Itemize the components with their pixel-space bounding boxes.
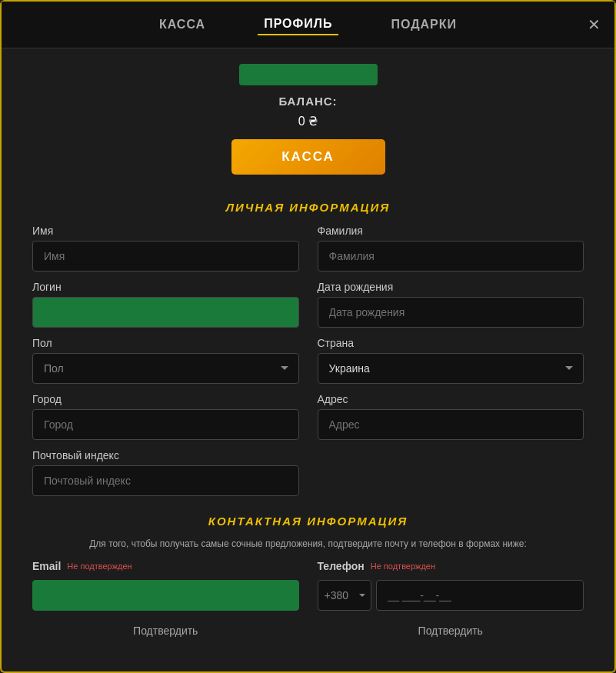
gender-group: Пол Пол Мужской Женский [32, 337, 299, 384]
city-label: Город [32, 393, 299, 405]
name-group: Имя [32, 225, 299, 272]
phone-label: Телефон [318, 560, 365, 572]
login-group: Логин [32, 281, 299, 328]
address-label: Адрес [318, 393, 584, 405]
email-group: Email Не подтвержден [32, 560, 299, 611]
surname-label: Фамилия [318, 225, 584, 237]
city-group: Город [32, 393, 299, 440]
contact-note: Для того, чтобы получать самые сочные пр… [32, 538, 584, 549]
email-label: Email [32, 560, 61, 572]
contact-form-grid: Email Не подтвержден Телефон Не подтверж… [32, 560, 584, 611]
confirm-row: Подтвердить Подтвердить [32, 620, 584, 641]
balance-label: БАЛАНС: [278, 95, 337, 108]
modal-header: КАССА ПРОФИЛЬ ПОДАРКИ ✕ [2, 2, 614, 48]
kassa-button[interactable]: КАССА [231, 139, 385, 175]
login-label: Логин [32, 281, 299, 293]
confirm-email-button[interactable]: Подтвердить [32, 620, 299, 641]
address-input[interactable] [318, 409, 584, 440]
birthdate-group: Дата рождения [318, 281, 584, 328]
country-label: Страна [318, 337, 584, 349]
country-group: Страна Украина Россия Другая [318, 337, 584, 384]
tab-kassa[interactable]: КАССА [153, 15, 211, 35]
email-not-verified: Не подтвержден [67, 561, 132, 571]
postal-label: Почтовый индекс [32, 449, 299, 461]
birthdate-input[interactable] [318, 297, 584, 328]
personal-section-title: ЛИЧНАЯ ИНФОРМАЦИЯ [32, 201, 584, 214]
surname-input[interactable] [318, 241, 584, 272]
modal-container: КАССА ПРОФИЛЬ ПОДАРКИ ✕ БАЛАНС: 0 ₴ КАСС… [0, 0, 616, 673]
city-input[interactable] [32, 409, 299, 440]
postal-input[interactable] [32, 465, 299, 496]
personal-form-grid: Имя Фамилия Логин Дата рождения Пол [32, 225, 584, 496]
surname-group: Фамилия [318, 225, 584, 272]
phone-input-group: +380 +7 +1 [318, 580, 584, 611]
phone-label-row: Телефон Не подтвержден [318, 560, 584, 572]
tab-profile[interactable]: ПРОФИЛЬ [258, 14, 338, 35]
name-input[interactable] [32, 241, 299, 272]
close-button[interactable]: ✕ [588, 17, 601, 32]
login-input[interactable] [32, 297, 299, 328]
gender-label: Пол [32, 337, 299, 349]
gender-select[interactable]: Пол Мужской Женский [32, 353, 299, 384]
tab-gifts[interactable]: ПОДАРКИ [385, 15, 463, 35]
phone-prefix-select[interactable]: +380 +7 +1 [318, 580, 371, 611]
confirm-phone-button[interactable]: Подтвердить [318, 620, 584, 641]
phone-number-input[interactable] [376, 580, 584, 611]
username-bar [239, 64, 378, 85]
contact-section: КОНТАКТНАЯ ИНФОРМАЦИЯ Для того, чтобы по… [32, 515, 584, 641]
phone-not-verified: Не подтвержден [371, 561, 435, 571]
birthdate-label: Дата рождения [318, 281, 584, 293]
country-select[interactable]: Украина Россия Другая [318, 353, 584, 384]
postal-group: Почтовый индекс [32, 449, 299, 496]
email-label-row: Email Не подтвержден [32, 560, 299, 572]
contact-section-title: КОНТАКТНАЯ ИНФОРМАЦИЯ [32, 515, 584, 528]
email-input[interactable] [32, 580, 299, 611]
profile-top: БАЛАНС: 0 ₴ КАССА [32, 48, 584, 187]
balance-value: 0 ₴ [298, 114, 318, 128]
name-label: Имя [32, 225, 299, 237]
address-group: Адрес [318, 393, 584, 440]
phone-group: Телефон Не подтвержден +380 +7 +1 [318, 560, 584, 611]
modal-body: БАЛАНС: 0 ₴ КАССА ЛИЧНАЯ ИНФОРМАЦИЯ Имя … [2, 48, 614, 671]
